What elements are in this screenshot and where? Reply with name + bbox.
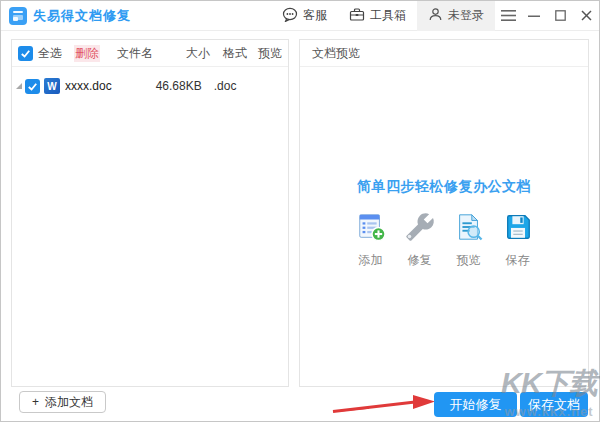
promo-message: 简单四步轻松修复办公文档 (357, 178, 531, 196)
preview-panel-title: 文档预览 (300, 40, 588, 67)
titlebar-right: 客服 工具箱 (271, 1, 599, 31)
customer-service-button[interactable]: 客服 (271, 1, 338, 31)
user-icon (428, 7, 443, 25)
toolbox-label: 工具箱 (370, 7, 406, 24)
preview-placeholder: 简单四步轻松修复办公文档 添加 (300, 178, 588, 269)
expand-triangle-icon[interactable] (16, 83, 22, 89)
step-preview: 预览 (452, 212, 486, 269)
file-name: xxxx.doc (65, 79, 112, 93)
step-add-label: 添加 (359, 252, 383, 269)
start-repair-button[interactable]: 开始修复 (434, 392, 517, 417)
check-icon (19, 47, 32, 60)
save-document-button[interactable]: 保存文档 (520, 392, 588, 417)
toolbox-icon (349, 7, 365, 25)
hamburger-menu-icon (501, 10, 516, 21)
column-filename: 文件名 (117, 45, 153, 62)
app-logo-icon (9, 7, 27, 25)
file-checkbox[interactable] (25, 79, 40, 94)
login-status-label: 未登录 (448, 7, 484, 24)
file-list-panel: 全选 删除 文件名 大小 格式 预览 W xxxx.doc 46.68KB .d… (11, 39, 289, 387)
preview-magnifier-icon (454, 212, 484, 246)
select-all-label[interactable]: 全选 (38, 45, 62, 62)
file-row[interactable]: W xxxx.doc 46.68KB .doc (12, 73, 288, 99)
app-window: 失易得文档修复 客服 (0, 0, 600, 422)
file-size: 46.68KB (156, 79, 202, 93)
step-repair-label: 修复 (408, 252, 432, 269)
close-icon (581, 10, 592, 21)
login-status-button[interactable]: 未登录 (417, 1, 495, 31)
titlebar-left: 失易得文档修复 (9, 7, 131, 25)
maximize-icon (555, 10, 566, 21)
column-format: 格式 (223, 45, 247, 62)
step-preview-label: 预览 (457, 252, 481, 269)
add-document-label: 添加文档 (45, 394, 93, 411)
file-list-header: 全选 删除 文件名 大小 格式 预览 (12, 40, 288, 67)
add-document-icon (356, 212, 386, 246)
wrench-icon (405, 212, 435, 246)
maximize-button[interactable] (547, 1, 573, 31)
steps-row: 添加 修复 (354, 212, 535, 269)
check-icon (26, 80, 39, 93)
preview-panel: 文档预览 简单四步轻松修复办公文档 (299, 39, 589, 387)
minimize-button[interactable] (521, 1, 547, 31)
floppy-disk-icon (503, 212, 533, 246)
toolbox-button[interactable]: 工具箱 (338, 1, 417, 31)
step-add: 添加 (354, 212, 388, 269)
add-document-button[interactable]: + 添加文档 (19, 391, 106, 413)
step-save: 保存 (501, 212, 535, 269)
step-save-label: 保存 (506, 252, 530, 269)
select-all-checkbox[interactable] (18, 46, 33, 61)
app-title: 失易得文档修复 (33, 7, 131, 25)
minimize-icon (528, 10, 540, 22)
red-arrow-annotation (319, 391, 437, 417)
titlebar: 失易得文档修复 客服 (1, 1, 599, 31)
menu-button[interactable] (495, 1, 521, 31)
step-repair: 修复 (403, 212, 437, 269)
word-file-icon: W (44, 78, 60, 94)
plus-icon: + (32, 395, 39, 409)
close-button[interactable] (573, 1, 599, 31)
file-format: .doc (214, 79, 237, 93)
delete-link[interactable]: 删除 (74, 45, 100, 62)
column-preview: 预览 (258, 45, 282, 62)
chat-bubble-icon (282, 7, 298, 25)
customer-service-label: 客服 (303, 7, 327, 24)
column-size: 大小 (186, 45, 210, 62)
